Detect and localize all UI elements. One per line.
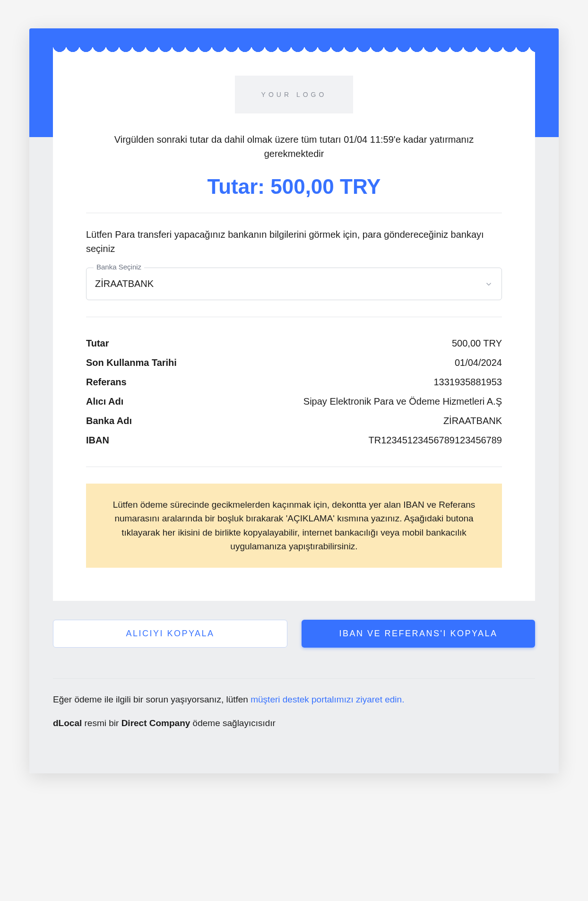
bank-select-label: Banka Seçiniz	[94, 263, 144, 271]
detail-value: 01/04/2024	[455, 357, 502, 368]
detail-label: IBAN	[86, 435, 109, 446]
detail-value: Sipay Elektronik Para ve Ödeme Hizmetler…	[303, 396, 502, 407]
bank-select[interactable]: ZİRAATBANK	[86, 268, 502, 300]
logo-placeholder: YOUR LOGO	[235, 76, 353, 113]
detail-row-recipient: Alıcı Adı Sipay Elektronik Para ve Ödeme…	[86, 392, 502, 411]
detail-row-bank-name: Banka Adı ZİRAATBANK	[86, 411, 502, 431]
warning-text: Lütfen ödeme sürecinde gecikmelerden kaç…	[113, 500, 476, 551]
detail-label: Referans	[86, 377, 127, 388]
support-link[interactable]: müşteri destek portalımızı ziyaret edin.	[251, 694, 404, 704]
receipt: YOUR LOGO Virgülden sonraki tutar da dah…	[53, 52, 535, 601]
detail-value: TR12345123456789123456789	[369, 435, 502, 446]
bank-select-instruction: Lütfen Para transferi yapacağınız bankan…	[86, 227, 502, 256]
amount-value: 500,00 TRY	[270, 175, 380, 198]
detail-label: Tutar	[86, 338, 109, 349]
detail-row-amount: Tutar 500,00 TRY	[86, 334, 502, 353]
detail-value: ZİRAATBANK	[443, 416, 502, 426]
provider-suffix: ödeme sağlayıcısıdır	[190, 718, 276, 728]
bank-select-wrapper: Banka Seçiniz ZİRAATBANK	[86, 268, 502, 300]
button-row: ALICIYI KOPYALA IBAN VE REFERANS'I KOPYA…	[29, 601, 559, 648]
support-prefix: Eğer ödeme ile ilgili bir sorun yaşıyors…	[53, 694, 251, 704]
divider	[86, 317, 502, 317]
chevron-down-icon	[484, 280, 493, 288]
detail-value: 1331935881953	[433, 377, 502, 388]
provider-brand-2: Direct Company	[121, 718, 190, 728]
copy-recipient-button[interactable]: ALICIYI KOPYALA	[53, 620, 287, 648]
logo-text: YOUR LOGO	[261, 91, 327, 98]
detail-row-reference: Referans 1331935881953	[86, 373, 502, 392]
divider	[86, 213, 502, 213]
footer: Eğer ödeme ile ilgili bir sorun yaşıyors…	[29, 648, 559, 755]
bank-select-value: ZİRAATBANK	[95, 278, 154, 289]
detail-label: Banka Adı	[86, 416, 132, 426]
warning-box: Lütfen ödeme sürecinde gecikmelerden kaç…	[86, 484, 502, 568]
support-text: Eğer ödeme ile ilgili bir sorun yaşıyors…	[53, 693, 535, 707]
detail-row-expiry: Son Kullanma Tarihi 01/04/2024	[86, 353, 502, 373]
amount-label: Tutar:	[208, 175, 265, 198]
amount-title: Tutar: 500,00 TRY	[86, 175, 502, 199]
copy-iban-reference-button[interactable]: IBAN VE REFERANS'I KOPYALA	[302, 620, 535, 648]
deposit-instruction: Virgülden sonraki tutar da dahil olmak ü…	[86, 132, 502, 161]
detail-label: Son Kullanma Tarihi	[86, 357, 177, 368]
payment-card: YOUR LOGO Virgülden sonraki tutar da dah…	[29, 28, 559, 773]
detail-row-iban: IBAN TR12345123456789123456789	[86, 431, 502, 450]
provider-brand-1: dLocal	[53, 718, 82, 728]
detail-label: Alıcı Adı	[86, 396, 123, 407]
divider	[53, 678, 535, 679]
detail-value: 500,00 TRY	[452, 338, 502, 349]
provider-mid: resmi bir	[82, 718, 121, 728]
receipt-wrapper: YOUR LOGO Virgülden sonraki tutar da dah…	[29, 28, 559, 773]
provider-text: dLocal resmi bir Direct Company ödeme sa…	[53, 718, 535, 728]
payment-details: Tutar 500,00 TRY Son Kullanma Tarihi 01/…	[86, 334, 502, 450]
